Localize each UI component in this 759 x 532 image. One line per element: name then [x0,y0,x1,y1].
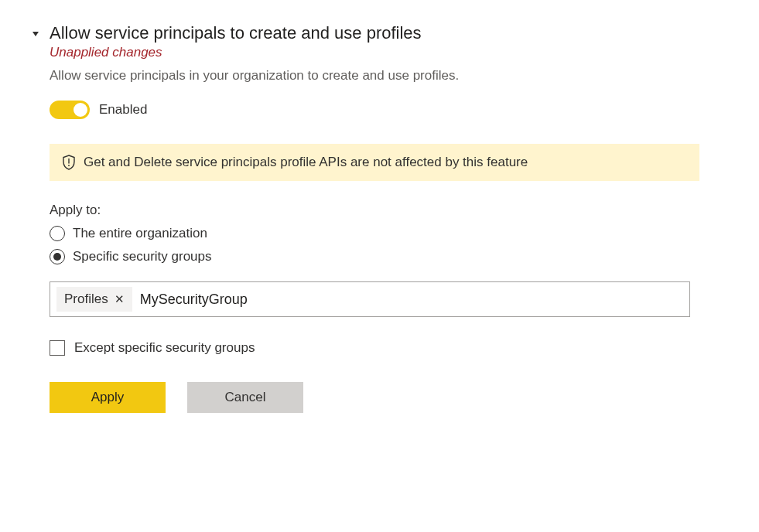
except-checkbox-row: Except specific security groups [50,340,699,356]
radio-label: Specific security groups [73,249,212,264]
setting-panel: Allow service principals to create and u… [31,23,728,413]
enabled-toggle-row: Enabled [50,101,699,119]
apply-to-label: Apply to: [50,203,699,218]
enabled-toggle[interactable] [50,101,90,119]
radio-input[interactable] [50,226,65,241]
unapplied-changes-label: Unapplied changes [50,45,699,60]
feature-alert-text: Get and Delete service principals profil… [84,155,528,170]
enabled-toggle-label: Enabled [99,102,147,118]
except-checkbox[interactable] [50,340,65,356]
setting-title: Allow service principals to create and u… [50,23,699,43]
action-buttons: Apply Cancel [50,382,699,413]
apply-button[interactable]: Apply [50,382,166,413]
cancel-button[interactable]: Cancel [187,382,303,413]
tag-label: Profiles [64,292,108,307]
shield-warning-icon [62,155,76,170]
setting-description: Allow service principals in your organiz… [50,68,699,84]
security-group-text-input[interactable] [140,292,683,308]
radio-option-entire-org[interactable]: The entire organization [50,226,699,241]
toggle-knob [74,103,87,117]
except-checkbox-label: Except specific security groups [74,340,255,356]
radio-label: The entire organization [73,226,207,241]
svg-marker-0 [32,32,39,36]
setting-content: Allow service principals to create and u… [50,23,699,413]
tag-remove-icon[interactable]: ✕ [115,292,125,306]
collapse-caret-icon[interactable] [31,28,40,413]
radio-dot [53,253,61,261]
radio-option-specific-groups[interactable]: Specific security groups [50,249,699,264]
svg-point-2 [68,165,70,166]
feature-alert: Get and Delete service principals profil… [50,144,699,181]
security-groups-input[interactable]: Profiles ✕ [50,281,690,317]
radio-input[interactable] [50,249,65,264]
security-group-tag: Profiles ✕ [56,287,132,312]
